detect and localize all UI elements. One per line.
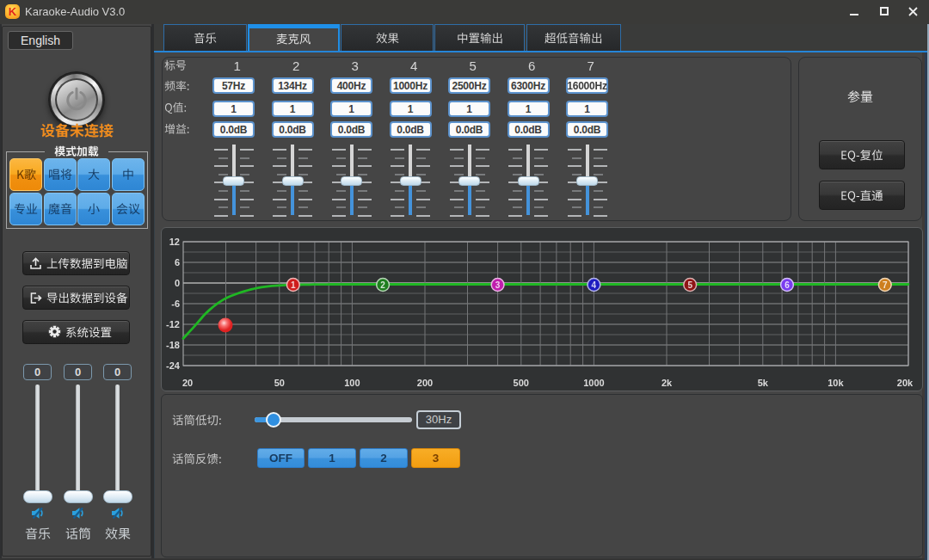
svg-text:-12: -12 [166, 319, 180, 329]
svg-text:200: 200 [417, 378, 433, 388]
svg-text:5: 5 [687, 280, 692, 290]
svg-text:5k: 5k [758, 378, 769, 388]
svg-text:20k: 20k [897, 378, 914, 388]
svg-text:7: 7 [883, 280, 888, 290]
svg-text:2: 2 [380, 280, 385, 290]
svg-text:500: 500 [514, 378, 529, 388]
svg-text:-24: -24 [166, 360, 181, 371]
svg-text:100: 100 [344, 378, 360, 388]
svg-text:1000: 1000 [583, 378, 604, 388]
svg-text:2k: 2k [661, 378, 673, 388]
svg-text:6: 6 [175, 257, 180, 268]
svg-text:10k: 10k [827, 378, 844, 388]
svg-text:20: 20 [182, 378, 193, 388]
svg-text:1: 1 [291, 280, 296, 290]
svg-text:4: 4 [592, 280, 597, 290]
svg-text:6: 6 [784, 280, 790, 290]
svg-text:3: 3 [495, 280, 501, 290]
svg-text:-6: -6 [171, 298, 180, 309]
svg-text:50: 50 [274, 378, 285, 388]
svg-text:-18: -18 [166, 340, 180, 350]
svg-text:0: 0 [175, 278, 180, 288]
svg-text:12: 12 [169, 237, 180, 247]
